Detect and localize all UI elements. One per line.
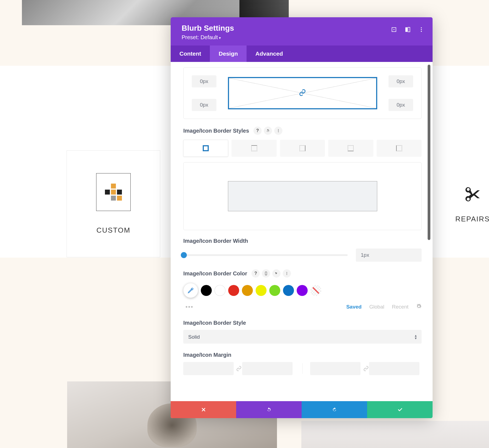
border-preview: [183, 162, 422, 230]
color-swatch[interactable]: [228, 285, 239, 296]
panel-footer: [171, 401, 433, 418]
border-left-side[interactable]: [377, 140, 422, 157]
section-label: Image/Icon Border Width: [183, 238, 422, 244]
color-swatch[interactable]: [215, 285, 225, 296]
more-icon[interactable]: [283, 269, 291, 278]
margin-left-input[interactable]: [310, 362, 361, 375]
corner-bl-input[interactable]: [192, 99, 216, 111]
svg-rect-2: [405, 27, 407, 32]
border-style-select[interactable]: Solid: [183, 330, 422, 344]
expand-icon[interactable]: [391, 27, 397, 33]
section-label: Image/Icon Margin: [183, 352, 422, 358]
link-horizontal-icon[interactable]: [363, 366, 369, 371]
corner-br-input[interactable]: [388, 99, 413, 111]
svg-point-7: [278, 129, 279, 130]
color-swatch[interactable]: [256, 285, 267, 296]
slider-handle[interactable]: [181, 252, 187, 258]
scissors-icon: [463, 185, 482, 205]
color-swatch[interactable]: [283, 285, 294, 296]
section-label-text: Image/Icon Border Styles: [183, 128, 249, 134]
svg-rect-3: [408, 27, 410, 32]
color-swatch[interactable]: [269, 285, 280, 296]
module-settings-panel: Blurb Settings Preset: Default Content D…: [171, 17, 433, 418]
divider: [302, 363, 303, 374]
section-label-text: Image/Icon Border Color: [183, 270, 247, 277]
preset-dropdown[interactable]: Preset: Default: [182, 34, 422, 41]
scrollbar[interactable]: [428, 65, 430, 240]
more-swatches-icon[interactable]: •••: [185, 303, 193, 310]
border-preview-inner: [228, 181, 377, 211]
svg-point-1: [393, 29, 394, 30]
border-side-selector: [183, 140, 422, 157]
section-label-text: Image/Icon Border Style: [183, 320, 246, 326]
hover-icon[interactable]: [272, 269, 281, 278]
svg-point-4: [421, 27, 422, 28]
blurb-label: REPAIRS: [455, 215, 489, 223]
svg-point-8: [278, 130, 279, 131]
section-label-text: Image/Icon Margin: [183, 352, 231, 358]
margin-bottom-input[interactable]: [242, 362, 293, 375]
palette-tab-saved[interactable]: Saved: [346, 304, 362, 310]
corner-tl-input[interactable]: [192, 75, 216, 87]
border-top-side[interactable]: [231, 140, 276, 157]
more-menu-icon[interactable]: [418, 27, 424, 33]
corners-preview: [228, 77, 377, 109]
border-all-sides[interactable]: [183, 140, 228, 157]
color-swatch-transparent[interactable]: [310, 285, 321, 296]
svg-point-5: [421, 29, 422, 30]
panel-tabs: Content Design Advanced: [171, 45, 433, 62]
hover-preview-icon[interactable]: [405, 27, 411, 33]
help-icon[interactable]: ?: [251, 269, 260, 278]
panel-body[interactable]: Image/Icon Rounded Corners Image/Icon Bo…: [171, 62, 433, 401]
color-swatch[interactable]: [201, 285, 212, 296]
margin-right-input[interactable]: [369, 362, 419, 375]
link-vertical-icon[interactable]: [236, 366, 242, 371]
svg-point-6: [421, 31, 422, 32]
undo-button[interactable]: [236, 401, 302, 418]
tab-advanced[interactable]: Advanced: [247, 45, 291, 62]
responsive-icon[interactable]: [262, 269, 270, 278]
blurb-card-custom: CUSTOM: [67, 150, 160, 257]
section-label: Image/Icon Border Style: [183, 320, 422, 326]
save-button[interactable]: [367, 401, 433, 418]
panel-header: Blurb Settings Preset: Default: [171, 17, 433, 45]
border-bottom-side[interactable]: [328, 140, 373, 157]
palette-tab-recent[interactable]: Recent: [392, 304, 408, 310]
tab-design[interactable]: Design: [210, 45, 247, 62]
palette-settings-icon[interactable]: [416, 304, 422, 310]
corner-tr-input[interactable]: [388, 75, 413, 87]
color-swatch[interactable]: [297, 285, 308, 296]
border-right-side[interactable]: [280, 140, 325, 157]
blurb-icon-box: [96, 173, 131, 211]
section-label: Image/Icon Border Styles ?: [183, 127, 422, 135]
page-photo: [301, 421, 489, 448]
svg-point-14: [287, 274, 287, 275]
margin-top-input[interactable]: [183, 362, 234, 375]
blurb-card-repairs: REPAIRS: [438, 150, 489, 257]
blurb-label: CUSTOM: [96, 226, 130, 235]
border-width-input[interactable]: [356, 249, 422, 262]
color-picker-button[interactable]: [183, 283, 198, 298]
reset-icon[interactable]: [264, 127, 272, 135]
rounded-corners-control: [183, 67, 422, 119]
margin-inputs: [183, 362, 422, 375]
redo-button[interactable]: [302, 401, 367, 418]
border-width-slider[interactable]: [183, 254, 348, 256]
section-label: Image/Icon Border Color ?: [183, 269, 422, 278]
svg-point-12: [287, 272, 287, 273]
palette-tab-global[interactable]: Global: [369, 304, 384, 310]
cancel-button[interactable]: [171, 401, 236, 418]
color-swatch[interactable]: [242, 285, 253, 296]
svg-point-9: [278, 132, 279, 132]
help-icon[interactable]: ?: [253, 127, 262, 135]
svg-point-13: [287, 273, 287, 274]
tiles-icon: [105, 184, 122, 201]
link-values-icon[interactable]: [299, 89, 306, 97]
svg-point-11: [266, 275, 266, 275]
panel-title: Blurb Settings: [182, 24, 422, 33]
tab-content[interactable]: Content: [171, 45, 210, 62]
more-icon[interactable]: [274, 127, 282, 135]
section-label-text: Image/Icon Border Width: [183, 238, 248, 244]
